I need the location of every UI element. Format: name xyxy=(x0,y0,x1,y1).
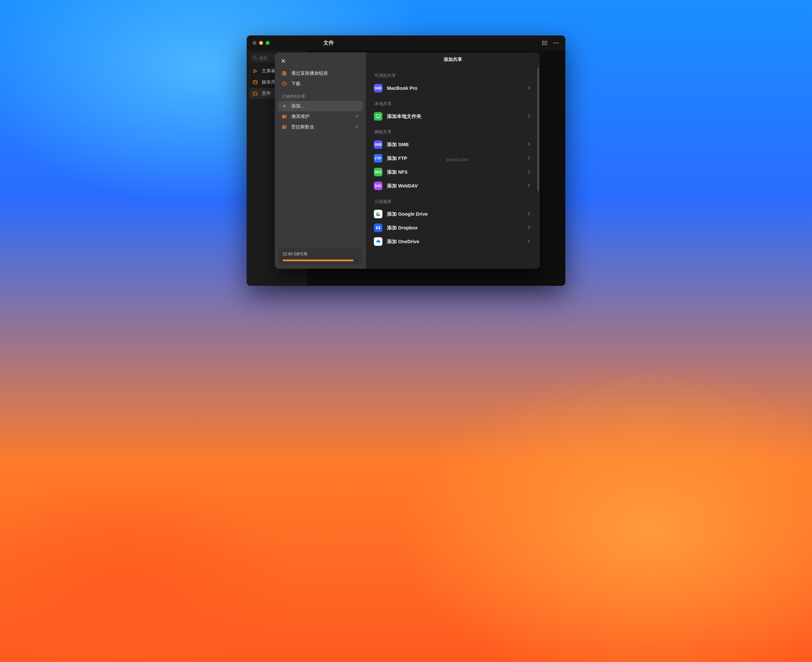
share-row-add-ftp[interactable]: FTP 添加 FTP xyxy=(373,151,535,165)
nav-label: 添加… xyxy=(291,103,305,109)
group-title: 本地共享 xyxy=(374,101,535,107)
chevron-right-icon xyxy=(527,85,530,91)
share-row-add-dropbox[interactable]: 添加 Dropbox xyxy=(373,221,535,235)
minimize-window[interactable] xyxy=(259,41,263,45)
share-row-add-onedrive[interactable]: 添加 OneDrive xyxy=(373,235,535,248)
svg-point-9 xyxy=(253,56,256,59)
sidebar-item-label: 文件 xyxy=(262,90,271,96)
storage-label: 22.83 GB可用 xyxy=(283,251,358,257)
server-icon xyxy=(282,125,288,130)
dropbox-icon xyxy=(374,223,382,232)
globe-icon xyxy=(282,71,288,76)
row-label: MacBook Pro xyxy=(387,85,417,91)
share-row-add-local-folder[interactable]: 添加本地文件夹 xyxy=(373,109,535,123)
sheet-sidebar: 通过直接播放链接 下载 已储存的共享 添加… xyxy=(275,53,366,269)
smb-icon: SMB xyxy=(374,140,382,149)
sheet-content: 添加共享 可用的共享 SMB MacBook Pro 本地共享 添加本地文件夹 … xyxy=(366,53,540,269)
monitor-icon xyxy=(374,112,382,121)
svg-marker-33 xyxy=(378,226,381,228)
row-label: 添加 NFS xyxy=(387,169,408,175)
nav-add-share[interactable]: 添加… xyxy=(278,101,363,111)
library-icon xyxy=(253,80,258,85)
nav-label: 佛系维护 xyxy=(291,114,309,120)
webdav-icon: DAV xyxy=(374,182,382,190)
smb-icon: SMB xyxy=(374,84,382,92)
share-row-macbook-pro[interactable]: SMB MacBook Pro xyxy=(373,81,535,95)
row-label: 添加 Dropbox xyxy=(387,225,418,231)
nav-saved-share-2[interactable]: 普拉斯影业 xyxy=(278,122,363,132)
folder-icon xyxy=(253,91,258,96)
close-button[interactable] xyxy=(279,57,287,65)
nav-label: 下载 xyxy=(291,81,300,87)
plus-icon xyxy=(282,104,288,109)
chevron-right-icon xyxy=(527,141,530,148)
row-label: 添加 Google Drive xyxy=(387,211,428,217)
svg-point-25 xyxy=(283,126,284,127)
svg-point-8 xyxy=(557,42,559,43)
svg-marker-34 xyxy=(376,228,379,230)
svg-marker-11 xyxy=(254,69,257,73)
sidebar-item-label: 主屏幕 xyxy=(262,68,276,74)
ftp-icon: FTP xyxy=(374,154,382,162)
edit-icon[interactable] xyxy=(355,125,359,130)
more-icon[interactable] xyxy=(553,40,559,46)
nav-direct-link[interactable]: 通过直接播放链接 xyxy=(278,68,363,79)
edit-icon[interactable] xyxy=(355,114,359,119)
chevron-right-icon xyxy=(527,169,530,175)
list-view-icon[interactable] xyxy=(542,40,548,46)
server-icon xyxy=(282,114,288,119)
nav-label: 普拉斯影业 xyxy=(291,124,314,130)
svg-point-1 xyxy=(543,41,543,42)
row-label: 添加 OneDrive xyxy=(387,239,419,245)
svg-point-22 xyxy=(283,117,284,118)
add-share-sheet: 通过直接播放链接 下载 已储存的共享 添加… xyxy=(275,53,540,269)
row-label: 添加本地文件夹 xyxy=(387,113,421,120)
svg-marker-32 xyxy=(376,226,379,228)
titlebar: 文件 xyxy=(246,35,566,50)
svg-point-3 xyxy=(543,43,543,43)
svg-rect-12 xyxy=(253,80,257,84)
onedrive-icon xyxy=(374,237,382,246)
svg-marker-35 xyxy=(378,228,381,230)
svg-point-26 xyxy=(283,128,284,128)
nav-downloads[interactable]: 下载 xyxy=(278,79,363,89)
share-groups[interactable]: 可用的共享 SMB MacBook Pro 本地共享 添加本地文件夹 网络共享 xyxy=(366,67,540,269)
nav-saved-share-1[interactable]: 佛系维护 xyxy=(278,111,363,122)
svg-line-10 xyxy=(256,58,257,59)
svg-point-7 xyxy=(556,42,556,43)
nav-label: 通过直接播放链接 xyxy=(291,71,328,76)
nfs-icon: NFS xyxy=(374,168,382,176)
saved-shares-label: 已储存的共享 xyxy=(278,89,363,101)
chevron-right-icon xyxy=(527,155,530,161)
row-label: 添加 FTP xyxy=(387,155,407,162)
storage-bar xyxy=(283,260,358,261)
share-row-add-webdav[interactable]: DAV 添加 WebDAV xyxy=(373,179,535,193)
sidebar-item-label: 媒体库 xyxy=(262,79,276,85)
sheet-title: 添加共享 xyxy=(366,53,540,67)
chevron-right-icon xyxy=(527,113,530,119)
storage-fill xyxy=(283,260,353,261)
share-row-add-nfs[interactable]: NFS 添加 NFS xyxy=(373,165,535,179)
group-title: 云端服务 xyxy=(374,199,535,204)
play-icon xyxy=(253,69,258,74)
svg-point-21 xyxy=(283,116,284,116)
chevron-right-icon xyxy=(527,225,530,231)
row-label: 添加 SMB xyxy=(387,141,409,148)
download-cloud-icon xyxy=(282,81,288,87)
share-row-add-smb[interactable]: SMB 添加 SMB xyxy=(373,138,535,151)
group-title: 网络共享 xyxy=(374,129,535,135)
chevron-right-icon xyxy=(527,183,530,189)
svg-point-5 xyxy=(543,44,543,45)
google-drive-icon xyxy=(374,210,382,218)
traffic-lights xyxy=(253,41,269,45)
group-title: 可用的共享 xyxy=(374,73,535,79)
search-icon xyxy=(253,55,257,61)
chevron-right-icon xyxy=(527,211,530,217)
svg-rect-27 xyxy=(376,115,380,117)
zoom-window[interactable] xyxy=(266,41,269,45)
close-window[interactable] xyxy=(253,41,256,45)
share-row-add-google-drive[interactable]: 添加 Google Drive xyxy=(373,207,535,221)
chevron-right-icon xyxy=(527,239,530,244)
svg-point-6 xyxy=(554,42,554,43)
storage-card: 22.83 GB可用 xyxy=(279,248,362,265)
